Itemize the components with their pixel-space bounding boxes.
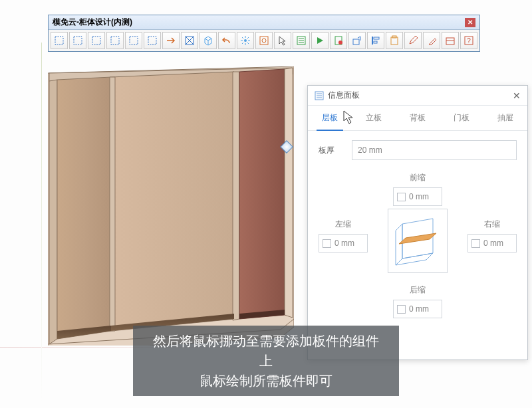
rect-dash-6-icon [147, 35, 158, 46]
edge-left-input[interactable]: 0 mm [319, 234, 368, 253]
edge-controls: 前缩 0 mm 左缩 0 mm 右缩 0 mm [319, 172, 517, 318]
svg-rect-32 [260, 37, 268, 45]
svg-marker-58 [396, 224, 402, 265]
tool-export[interactable] [348, 32, 366, 49]
toolbar-buttons-row: ? [49, 30, 479, 51]
svg-marker-61 [344, 111, 352, 124]
list-green-icon [296, 35, 307, 46]
svg-rect-42 [353, 39, 359, 45]
tab-back[interactable]: 背板 [396, 106, 440, 130]
tab-door[interactable]: 门板 [440, 106, 483, 130]
tool-rect-dash-4[interactable] [106, 32, 124, 49]
checkbox-icon[interactable] [471, 239, 480, 248]
edge-right-input[interactable]: 0 mm [467, 234, 517, 253]
export-icon [352, 35, 362, 46]
svg-marker-2 [49, 80, 57, 344]
close-icon: ✕ [467, 19, 473, 26]
tool-burst[interactable] [237, 32, 254, 49]
tool-rect-dash-2[interactable] [69, 32, 86, 49]
toolbar-title-text: 模免云-柜体设计(内测) [53, 17, 132, 28]
svg-marker-8 [285, 68, 293, 318]
target-icon [259, 35, 269, 46]
tool-clipboard[interactable] [386, 32, 403, 49]
tool-help[interactable]: ? [460, 32, 477, 49]
tool-list-green[interactable] [293, 32, 310, 49]
tool-box-3d[interactable] [200, 32, 217, 49]
svg-text:?: ? [467, 37, 471, 45]
edge-left: 左缩 0 mm [319, 219, 368, 253]
tool-arrow-tool[interactable] [274, 32, 291, 49]
svg-point-33 [262, 39, 266, 43]
edge-back-input[interactable]: 0 mm [393, 300, 442, 318]
svg-marker-5 [110, 77, 115, 331]
svg-rect-15 [92, 37, 100, 45]
tool-select-cross[interactable] [181, 32, 198, 49]
thickness-input[interactable]: 20 mm [352, 140, 517, 160]
help-icon: ? [464, 35, 474, 46]
rect-dash-2-icon [72, 35, 83, 46]
svg-rect-49 [446, 38, 454, 45]
cabinet-model[interactable] [48, 66, 294, 346]
eraser-icon [426, 35, 437, 46]
edge-front: 前缩 0 mm [393, 172, 442, 206]
cursor-icon [343, 110, 355, 125]
rect-dash-3-icon [91, 35, 102, 46]
undo-icon [221, 35, 232, 46]
rect-dash-4-icon [110, 35, 120, 46]
thickness-label: 板厚 [319, 145, 345, 156]
edge-front-input[interactable]: 0 mm [393, 187, 442, 206]
tool-sheet-green[interactable] [330, 32, 347, 49]
panel-close-button[interactable]: ✕ [513, 90, 521, 101]
tool-align-left[interactable] [367, 32, 384, 49]
tool-eraser[interactable] [423, 32, 440, 49]
tool-package[interactable] [442, 32, 459, 49]
clipboard-icon [389, 35, 400, 46]
svg-marker-48 [429, 39, 436, 45]
edge-back: 后缩 0 mm [393, 284, 442, 318]
panel-preview-3d [388, 209, 448, 273]
package-icon [445, 35, 456, 46]
tool-rect-dash-1[interactable] [51, 32, 68, 49]
sheet-green-icon [333, 35, 344, 46]
select-cross-icon [184, 35, 195, 46]
thickness-row: 板厚 20 mm [319, 140, 517, 160]
svg-point-23 [244, 39, 247, 42]
checkbox-icon[interactable] [323, 239, 331, 248]
checkbox-icon[interactable] [397, 305, 406, 314]
checkbox-icon[interactable] [397, 193, 406, 201]
tab-drawer[interactable]: 抽屉 [483, 106, 527, 130]
tool-undo[interactable] [218, 32, 235, 49]
burst-icon [240, 35, 251, 46]
tool-edit-pen[interactable] [404, 32, 422, 49]
tool-target[interactable] [255, 32, 273, 49]
toolbar-close-button[interactable]: ✕ [465, 18, 475, 27]
svg-rect-44 [374, 37, 379, 39]
svg-rect-18 [148, 37, 156, 45]
svg-marker-4 [111, 72, 234, 331]
align-left-icon [370, 35, 381, 46]
toolbar-titlebar[interactable]: 模免云-柜体设计(内测) ✕ [49, 15, 479, 30]
svg-line-29 [247, 43, 249, 44]
svg-rect-17 [130, 37, 138, 45]
axis-z [41, 43, 42, 401]
subtitle-line1: 然后将鼠标挪动至需要添加板件的组件上 [148, 331, 384, 371]
panel-header[interactable]: 信息面板 ✕ [308, 86, 527, 106]
svg-marker-7 [239, 69, 285, 319]
tool-move-right[interactable] [162, 32, 180, 49]
rect-dash-5-icon [128, 35, 139, 46]
svg-line-31 [242, 43, 243, 44]
panel-tabs: 层板立板背板门板抽屉 [308, 106, 527, 131]
tool-play-green[interactable] [311, 32, 329, 49]
rect-dash-1-icon [54, 35, 65, 46]
arrow-tool-icon [277, 35, 288, 46]
svg-line-30 [247, 37, 249, 39]
svg-marker-59 [396, 253, 433, 265]
tool-rect-dash-5[interactable] [125, 32, 142, 49]
tool-rect-dash-3[interactable] [88, 32, 105, 49]
panel-body: 板厚 20 mm 前缩 0 mm 左缩 0 mm 右缩 [308, 131, 527, 328]
info-panel: 信息面板 ✕ 层板立板背板门板抽屉 板厚 20 mm 前缩 0 mm 左缩 [307, 85, 528, 360]
svg-rect-46 [391, 37, 398, 45]
tab-side[interactable]: 立板 [352, 106, 396, 130]
tool-rect-dash-6[interactable] [144, 32, 161, 49]
svg-marker-3 [57, 77, 111, 339]
